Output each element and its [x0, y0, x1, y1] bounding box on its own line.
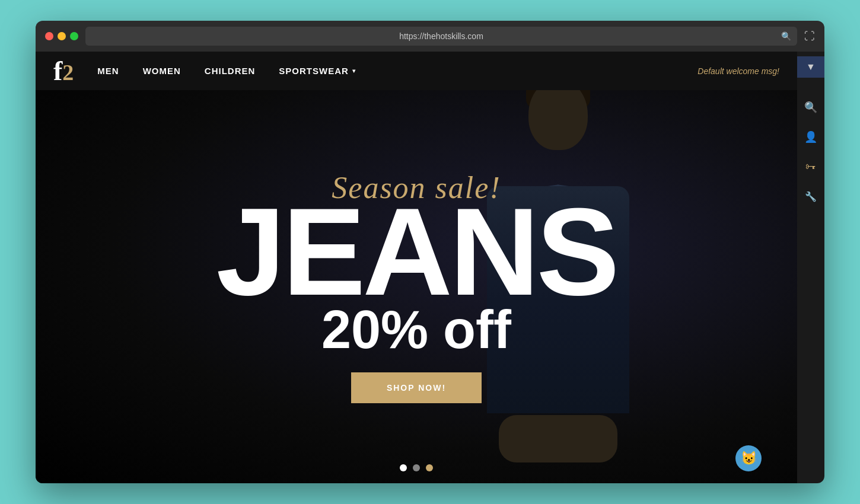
hero-content: Season sale! JEANS 20% off SHOP NOW!	[36, 170, 797, 403]
url-text: https://thehotskills.com	[399, 31, 483, 41]
site-nav: MEN WOMEN CHILDREN SPORTSWEAR ▾	[97, 66, 697, 76]
nav-sportswear[interactable]: SPORTSWEAR ▾	[279, 66, 356, 76]
site-header: f 2 MEN WOMEN CHILDREN SPORTSWEAR ▾ Defa…	[36, 52, 797, 90]
minimize-button[interactable]	[58, 32, 66, 40]
panel-user-button[interactable]: 👤	[797, 125, 824, 149]
maximize-button[interactable]	[70, 32, 78, 40]
site-logo[interactable]: f 2	[53, 58, 74, 85]
chevron-down-icon: ▾	[352, 68, 356, 74]
address-search-icon: 🔍	[781, 31, 791, 41]
hero-discount-text: 20% off	[36, 299, 797, 361]
user-icon: 👤	[804, 130, 817, 143]
carousel-dot-1[interactable]	[400, 464, 407, 471]
search-icon: 🔍	[804, 101, 817, 114]
panel-wrench-button[interactable]: 🔧	[797, 184, 824, 208]
key-icon: 🗝	[805, 161, 816, 173]
arrow-down-icon: ▼	[806, 62, 816, 72]
address-bar[interactable]: https://thehotskills.com 🔍	[85, 27, 797, 46]
logo-f: f	[53, 58, 62, 85]
logo-2: 2	[62, 61, 74, 84]
panel-search-button[interactable]: 🔍	[797, 95, 824, 119]
man-hands	[499, 415, 617, 462]
man-head	[528, 90, 588, 150]
expand-icon[interactable]: ⛶	[804, 30, 815, 43]
hero-section: Season sale! JEANS 20% off SHOP NOW! 😺	[36, 90, 797, 483]
carousel-dot-3[interactable]	[426, 464, 433, 471]
browser-chrome: https://thehotskills.com 🔍 ⛶	[36, 21, 824, 52]
welcome-message: Default welcome msg!	[697, 66, 779, 76]
nav-sportswear-label: SPORTSWEAR	[279, 66, 349, 76]
nav-men[interactable]: MEN	[97, 66, 119, 76]
panel-key-button[interactable]: 🗝	[797, 155, 824, 178]
website: f 2 MEN WOMEN CHILDREN SPORTSWEAR ▾ Defa…	[36, 52, 797, 483]
nav-children[interactable]: CHILDREN	[205, 66, 256, 76]
carousel-dots	[400, 464, 433, 471]
close-button[interactable]	[45, 32, 53, 40]
panel-tab-arrow[interactable]: ▼	[797, 56, 824, 78]
right-panel: ▼ 🔍 👤 🗝 🔧	[797, 52, 824, 483]
browser-window: https://thehotskills.com 🔍 ⛶ f 2 MEN WOM…	[36, 21, 824, 483]
chat-widget[interactable]: 😺	[735, 445, 762, 471]
chat-icon: 😺	[741, 451, 757, 466]
shop-now-button[interactable]: SHOP NOW!	[351, 372, 482, 403]
browser-content: f 2 MEN WOMEN CHILDREN SPORTSWEAR ▾ Defa…	[36, 52, 824, 483]
wrench-icon: 🔧	[805, 191, 817, 202]
hero-main-text: JEANS	[36, 199, 797, 305]
carousel-dot-2[interactable]	[413, 464, 420, 471]
nav-women[interactable]: WOMEN	[143, 66, 181, 76]
traffic-lights	[45, 32, 78, 40]
